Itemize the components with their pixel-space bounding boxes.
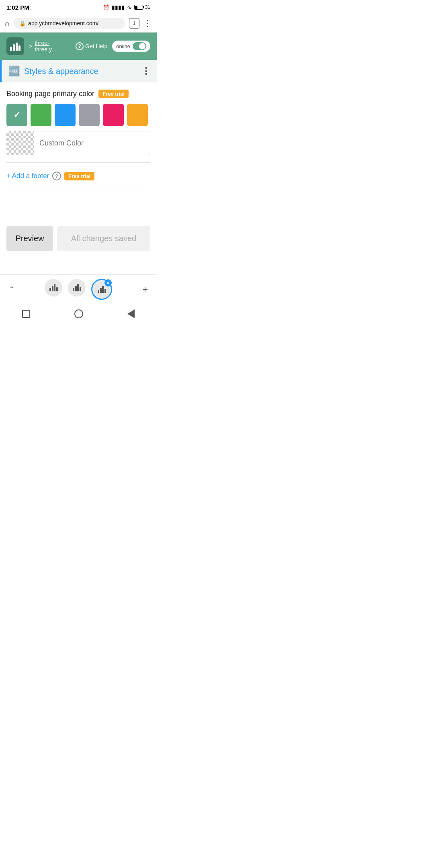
section-title: Styles & appearance bbox=[24, 67, 137, 76]
nav-tab-2[interactable] bbox=[68, 279, 86, 297]
paint-icon: 🆓 bbox=[8, 66, 20, 77]
divider-1 bbox=[6, 162, 150, 163]
custom-color-row bbox=[6, 131, 150, 155]
more-vert-icon[interactable]: ⋮ bbox=[141, 66, 150, 76]
browser-url: app.ycbmdevelopment.com/ bbox=[28, 20, 119, 27]
color-swatch-orange[interactable] bbox=[127, 104, 148, 126]
divider-2 bbox=[6, 188, 150, 188]
android-nav bbox=[0, 304, 157, 324]
online-toggle[interactable]: online bbox=[112, 41, 150, 52]
primary-color-label-row: Booking page primary color Free trial bbox=[6, 90, 150, 98]
color-swatches: ✓ bbox=[6, 104, 150, 126]
help-label: Get Help bbox=[85, 43, 107, 49]
nav-tabs: ✕ bbox=[17, 279, 140, 300]
close-badge[interactable]: ✕ bbox=[104, 279, 112, 287]
color-swatch-teal[interactable]: ✓ bbox=[6, 104, 27, 126]
battery-indicator: 31 bbox=[134, 4, 150, 10]
help-button[interactable]: ? Get Help bbox=[76, 42, 107, 50]
add-footer-link[interactable]: + Add a footer bbox=[6, 172, 49, 180]
android-back-icon[interactable] bbox=[127, 309, 135, 318]
section-header: 🆓 Styles & appearance ⋮ bbox=[0, 60, 157, 82]
main-content: Booking page primary color Free trial ✓ … bbox=[0, 82, 157, 203]
logo-bars-icon bbox=[10, 42, 20, 51]
color-swatch-green[interactable] bbox=[31, 104, 51, 126]
nav-tab-1[interactable] bbox=[45, 279, 62, 297]
color-swatch-gray[interactable] bbox=[79, 104, 100, 126]
tab-count-button[interactable]: 1 bbox=[129, 18, 139, 29]
browser-bar: ⌂ 🔒 app.ycbmdevelopment.com/ 1 ⋮ bbox=[0, 14, 157, 33]
android-recents-icon[interactable] bbox=[22, 310, 30, 318]
bottom-actions: Preview All changes saved bbox=[0, 219, 157, 258]
check-icon: ✓ bbox=[13, 110, 20, 120]
footer-free-trial-badge: Free trial bbox=[64, 172, 94, 180]
footer-help-icon[interactable]: ? bbox=[52, 172, 61, 180]
preview-button[interactable]: Preview bbox=[6, 226, 53, 251]
online-label: online bbox=[116, 43, 130, 49]
breadcrumb-section: > three-three.y... bbox=[29, 40, 66, 53]
add-footer-row: + Add a footer ? Free trial bbox=[6, 170, 150, 182]
all-changes-saved-button: All changes saved bbox=[57, 226, 150, 251]
new-tab-button[interactable]: + bbox=[140, 281, 150, 297]
alarm-icon: ⏰ bbox=[103, 4, 109, 10]
breadcrumb-link[interactable]: three-three.y... bbox=[35, 40, 66, 53]
status-bar: 1:02 PM ⏰ ▮▮▮▮ ∿ 31 bbox=[0, 0, 157, 14]
signal-icon: ▮▮▮▮ bbox=[112, 4, 125, 10]
home-icon[interactable]: ⌂ bbox=[5, 19, 10, 28]
browser-more-button[interactable]: ⋮ bbox=[143, 18, 152, 28]
bottom-nav: ⌃ ✕ bbox=[0, 274, 157, 304]
status-icons: ⏰ ▮▮▮▮ ∿ 31 bbox=[103, 4, 150, 10]
help-circle-icon: ? bbox=[76, 42, 84, 50]
primary-color-text: Booking page primary color bbox=[6, 90, 94, 98]
android-home-icon[interactable] bbox=[74, 309, 83, 318]
checkerboard-icon bbox=[6, 131, 34, 155]
nav-up-icon[interactable]: ⌃ bbox=[6, 283, 17, 296]
app-logo[interactable] bbox=[6, 37, 24, 55]
primary-color-free-trial-badge: Free trial bbox=[98, 90, 129, 98]
breadcrumb-arrow-icon: > bbox=[29, 43, 32, 49]
toggle-knob bbox=[139, 43, 145, 49]
custom-color-input[interactable] bbox=[34, 131, 150, 155]
toggle-switch[interactable] bbox=[133, 42, 146, 50]
battery-level: 31 bbox=[145, 4, 150, 10]
app-header: > three-three.y... ? Get Help online bbox=[0, 33, 157, 60]
color-swatch-red[interactable] bbox=[103, 104, 124, 126]
wifi-icon: ∿ bbox=[127, 4, 132, 10]
nav-tab-active[interactable]: ✕ bbox=[91, 279, 112, 300]
lock-icon: 🔒 bbox=[19, 20, 26, 27]
status-time: 1:02 PM bbox=[6, 4, 29, 11]
address-bar[interactable]: 🔒 app.ycbmdevelopment.com/ bbox=[14, 18, 125, 29]
color-swatch-blue[interactable] bbox=[55, 104, 76, 126]
